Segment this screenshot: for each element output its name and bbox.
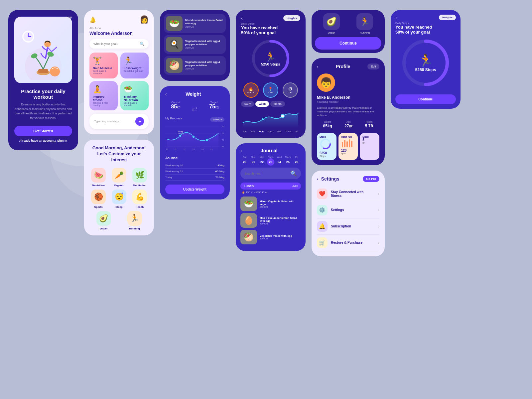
update-weight-button[interactable]: Update Weight xyxy=(165,185,224,194)
sleep-icon-box: 😴 xyxy=(112,190,126,204)
journal-food-title: Journal xyxy=(261,148,278,153)
svg-text:24: 24 xyxy=(201,148,203,150)
weight-back-arrow[interactable]: ‹ xyxy=(165,91,167,97)
settings-back-arrow[interactable]: ‹ xyxy=(317,176,319,182)
svg-text:65: 65 xyxy=(222,146,224,148)
interest-sports[interactable]: 🏀 Sports xyxy=(89,190,107,208)
continue-button[interactable]: Continue xyxy=(315,37,381,50)
time-stat: ⏱ 1 hr xyxy=(283,82,298,98)
subscription-icon-box: 🔔 xyxy=(317,221,328,232)
edit-button[interactable]: Edit xyxy=(367,64,379,69)
settings-item-settings[interactable]: ⚙️ Settings › xyxy=(317,202,379,218)
svg-text:25: 25 xyxy=(210,148,212,150)
svg-text:70: 70 xyxy=(222,132,224,134)
interest-organic[interactable]: 🥕 Organic xyxy=(110,168,128,187)
goal-sub-fitness: Tone up & feel healthy xyxy=(93,102,114,106)
goal-sub-nutrition: Build mass & strerath xyxy=(124,102,145,106)
svg-text:70 kg: 70 kg xyxy=(178,131,183,133)
send-button[interactable]: ➤ xyxy=(135,117,144,126)
food-list-item[interactable]: 🥗 Mixed cucumber lemon Salad with egg 35… xyxy=(164,14,226,33)
journal-val-1: 65 kg xyxy=(218,164,224,167)
food-cal-1: 350 Cal xyxy=(185,25,224,28)
journal-back-arrow[interactable]: ‹ xyxy=(240,148,242,153)
interest-vegan[interactable]: 🥑 Vegan xyxy=(96,211,111,230)
interest-meditation[interactable]: 🌿 Meditation xyxy=(131,168,149,187)
food-cal-2: 350 Cal xyxy=(185,46,224,49)
svg-point-20 xyxy=(179,134,182,137)
settings-item-connected[interactable]: ❤️ Stay Connected with fitness › xyxy=(317,186,379,202)
food-list-item-2[interactable]: 🍳 Vegetable mixed with egg & propper nut… xyxy=(164,35,226,54)
interest-health[interactable]: 💪 Health xyxy=(131,190,149,208)
onboarding-title: Practice your daily workout xyxy=(14,88,72,100)
add-button[interactable]: Add xyxy=(292,185,298,188)
lunch-item-2[interactable]: 🥚 Mixed cucumber lemon Salad with egg 35… xyxy=(240,213,301,228)
goal-card-fitness[interactable]: 🧘 Improve fitness Tone up & feel healthy xyxy=(89,81,118,110)
go-pro-badge[interactable]: Go Pro xyxy=(363,176,379,182)
lunch-item-1[interactable]: 🥗 Mixed Vegetable Salad with vegan 250 C… xyxy=(240,197,301,211)
goal-card-gain[interactable]: 🏋️ Gain Muscale Build mass & research xyxy=(89,53,118,78)
jd-sun: Sun 21 xyxy=(250,156,257,166)
target-unit: kg xyxy=(215,105,219,109)
goal-card-loss[interactable]: 🏃 Loss Weight Burn fat & get lean xyxy=(120,53,149,78)
settings-item-subscription[interactable]: 🔔 Subscription › xyxy=(317,218,379,235)
home-card: 🔔 👩 4th June Welcome Anderson 🔍 🏋️ Gain … xyxy=(84,10,154,134)
nutrition-icon-box: 🍉 xyxy=(91,168,106,183)
insights-small-badge[interactable]: Insights xyxy=(439,15,456,20)
tf-running[interactable]: 🏃 Running xyxy=(356,13,373,34)
message-bar[interactable]: Type any message... ➤ xyxy=(89,114,149,129)
search-meal-input[interactable] xyxy=(244,172,288,175)
target-value: 75 xyxy=(209,104,215,109)
steps-small-back[interactable]: ‹ xyxy=(395,15,397,20)
weight-journal: Journal Wednesday 20 65 kg Wednesday 25 … xyxy=(165,156,224,181)
interest-running[interactable]: 🏃 Running xyxy=(127,211,142,230)
restore-icon-box: 🛒 xyxy=(317,237,328,248)
connected-icon-box: ❤️ xyxy=(317,189,328,199)
current-unit: kg xyxy=(177,105,181,109)
goal-search-bar[interactable]: 🔍 xyxy=(89,39,149,49)
ps-weight: Weight 85kg xyxy=(323,121,332,128)
continue-small-button[interactable]: Continue xyxy=(395,94,456,104)
journal-val-3: 70.5 kg xyxy=(215,176,224,179)
interest-nutrition[interactable]: 🍉 Neutrition xyxy=(89,168,107,187)
food-list-item-3[interactable]: 🥙 Vegetable mixed with egg & propper nut… xyxy=(164,56,226,75)
week-badge[interactable]: Week ▾ xyxy=(210,117,224,122)
steps-back-arrow[interactable]: ‹ xyxy=(241,16,243,21)
jd-tues[interactable]: Tues 23 xyxy=(267,156,274,166)
daily-label-small: Daily Steps xyxy=(395,22,456,25)
day-sun: Sun xyxy=(251,130,255,133)
steps-small-card: ‹ Insights Daily Steps You have reached5… xyxy=(391,10,461,109)
mini-stat-cards: Steps 5250 Steps Heart rate xyxy=(317,133,379,160)
connected-label: Stay Connected with fitness xyxy=(331,190,375,198)
current-weight: Current 85kg xyxy=(171,101,180,113)
svg-rect-39 xyxy=(346,141,348,147)
svg-rect-37 xyxy=(342,142,343,147)
tab-month[interactable]: Month xyxy=(270,101,285,107)
goal-search-input[interactable] xyxy=(93,42,138,46)
profile-back-arrow[interactable]: ‹ xyxy=(317,64,319,69)
steps-journal-column: ‹ Insights Daily Steps You have reached5… xyxy=(236,10,306,251)
search-meal-bar[interactable]: 🔍 xyxy=(240,168,301,179)
tab-week[interactable]: Week xyxy=(255,101,269,107)
weight-title: Weight xyxy=(186,91,201,97)
running-label: Running xyxy=(129,227,140,230)
goal-title-gain: Gain Muscale xyxy=(93,66,114,70)
interest-sleep[interactable]: 😴 Sleep xyxy=(110,190,128,208)
bell-icon[interactable]: 🔔 xyxy=(89,17,96,23)
lunch-item-3[interactable]: 🥙 Vegetable mixed with egg 350 Cal xyxy=(240,230,301,244)
insights-badge[interactable]: Insights xyxy=(283,15,300,21)
profile-title: Profile xyxy=(336,64,350,69)
goal-card-nutrition[interactable]: 🥗 Track my Neutrition Build mass & strer… xyxy=(120,81,149,110)
msc-sleep: Sleep 5 hr xyxy=(360,133,379,160)
tab-daily[interactable]: Daily xyxy=(241,101,254,107)
settings-item-restore[interactable]: 🛒 Restore & Purchase › xyxy=(317,235,379,251)
day-sat: Sat xyxy=(243,130,247,133)
sports-icon-box: 🏀 xyxy=(91,190,106,204)
ps-age: Age 27yr xyxy=(344,121,353,128)
goal-icon-gain: 🏋️ xyxy=(93,57,114,65)
tf-vegan[interactable]: 🥑 Vegan xyxy=(323,13,340,34)
extra-column: ‹ Insights Daily Steps You have reached5… xyxy=(391,10,461,109)
journal-title: Journal xyxy=(165,156,224,160)
current-label: Current xyxy=(171,101,180,104)
get-started-button[interactable]: Get Started xyxy=(14,126,72,136)
day-wed: Wed xyxy=(277,130,281,133)
